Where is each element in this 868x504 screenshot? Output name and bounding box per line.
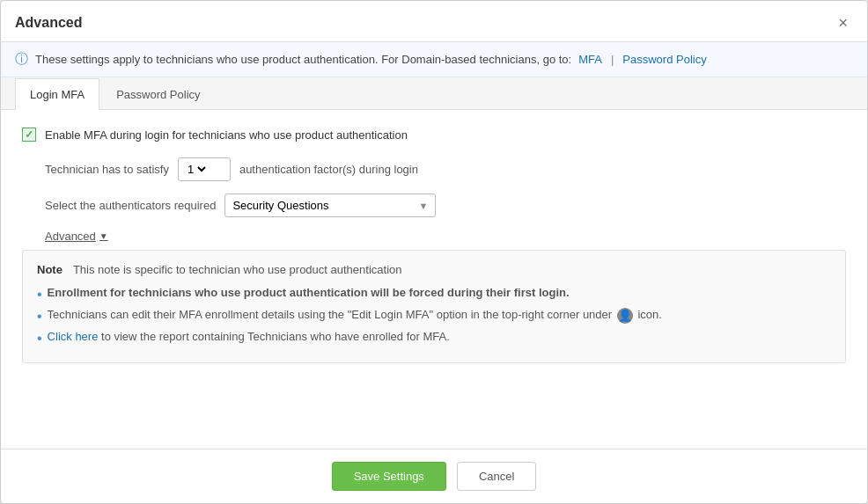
enable-mfa-checkbox[interactable]: ✓ bbox=[22, 128, 36, 142]
note-item-3: Click here to view the report containing… bbox=[37, 327, 831, 349]
close-button[interactable]: × bbox=[833, 13, 853, 33]
advanced-link-label: Advanced bbox=[45, 230, 96, 243]
satisfy-row: Technician has to satisfy 1 2 authentica… bbox=[45, 157, 846, 181]
dropdown-arrow-icon: ▼ bbox=[419, 201, 429, 211]
note-list: Enrollment for technicians who use produ… bbox=[37, 283, 831, 350]
mfa-link[interactable]: MFA bbox=[578, 53, 602, 66]
user-avatar-icon bbox=[617, 308, 633, 324]
info-bar: ⓘ These settings apply to technicians wh… bbox=[1, 42, 867, 77]
note-item-2-text: Technicians can edit their MFA enrollmen… bbox=[48, 308, 662, 324]
dialog-title: Advanced bbox=[15, 15, 82, 31]
note-item-1-text: Enrollment for technicians who use produ… bbox=[48, 286, 570, 299]
note-item-1: Enrollment for technicians who use produ… bbox=[37, 283, 831, 305]
tabs-container: Login MFA Password Policy bbox=[1, 77, 867, 110]
satisfy-suffix: authentication factor(s) during login bbox=[239, 163, 418, 176]
note-item-2-before: Technicians can edit their MFA enrollmen… bbox=[48, 309, 613, 322]
save-settings-button[interactable]: Save Settings bbox=[332, 462, 446, 491]
enable-mfa-label: Enable MFA during login for technicians … bbox=[45, 128, 408, 142]
dialog-header: Advanced × bbox=[1, 1, 867, 42]
tab-login-mfa[interactable]: Login MFA bbox=[15, 78, 99, 110]
dialog-footer: Save Settings Cancel bbox=[1, 449, 867, 503]
cancel-button[interactable]: Cancel bbox=[457, 462, 536, 491]
authenticator-row: Select the authenticators required Secur… bbox=[45, 194, 846, 217]
authenticator-select-wrapper[interactable]: Security Questions ▼ bbox=[224, 194, 436, 217]
authenticator-label: Select the authenticators required bbox=[45, 199, 216, 212]
satisfy-select-wrapper[interactable]: 1 2 bbox=[178, 157, 231, 181]
note-label: Note bbox=[37, 263, 63, 276]
advanced-link-container: Advanced ▼ bbox=[45, 230, 846, 243]
note-subtitle: This note is specific to technician who … bbox=[73, 263, 402, 276]
info-icon: ⓘ bbox=[15, 51, 28, 68]
enable-mfa-row: ✓ Enable MFA during login for technician… bbox=[22, 128, 846, 142]
dialog-body: ✓ Enable MFA during login for technician… bbox=[1, 110, 867, 449]
advanced-arrow-icon: ▼ bbox=[99, 231, 108, 241]
satisfy-select[interactable]: 1 2 bbox=[184, 162, 209, 177]
password-policy-link[interactable]: Password Policy bbox=[622, 53, 706, 66]
separator: | bbox=[611, 53, 614, 66]
note-item-2-after: icon. bbox=[637, 309, 661, 322]
note-item-3-text: Click here to view the report containing… bbox=[48, 330, 450, 343]
click-here-link[interactable]: Click here bbox=[48, 330, 99, 343]
note-section: Note This note is specific to technician… bbox=[22, 250, 846, 363]
note-item-1-bold: Enrollment for technicians who use produ… bbox=[48, 286, 570, 299]
note-item-2: Technicians can edit their MFA enrollmen… bbox=[37, 305, 831, 327]
satisfy-label: Technician has to satisfy bbox=[45, 163, 169, 176]
advanced-expand-link[interactable]: Advanced ▼ bbox=[45, 230, 108, 243]
authenticator-select[interactable]: Security Questions bbox=[232, 199, 417, 212]
tab-password-policy[interactable]: Password Policy bbox=[101, 78, 215, 110]
checkmark-icon: ✓ bbox=[25, 128, 33, 141]
info-text: These settings apply to technicians who … bbox=[35, 53, 571, 66]
advanced-dialog: Advanced × ⓘ These settings apply to tec… bbox=[0, 0, 868, 504]
note-top-row: Note This note is specific to technician… bbox=[37, 263, 831, 276]
note-item-3-after: to view the report containing Technician… bbox=[101, 330, 450, 343]
